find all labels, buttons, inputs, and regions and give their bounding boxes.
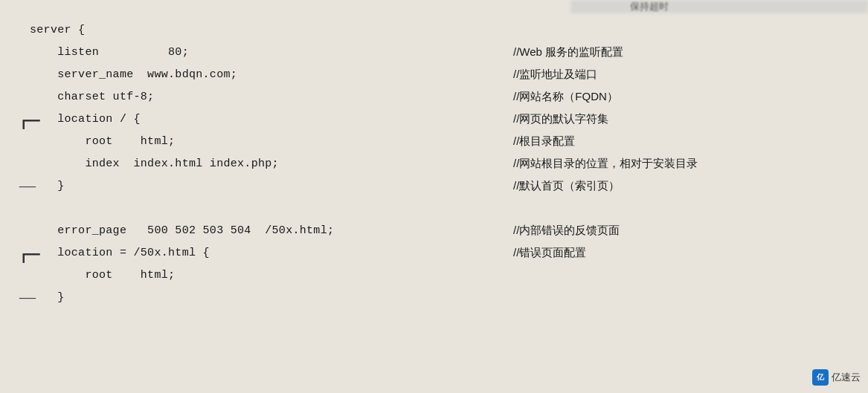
code-text-4: charset utf-8;	[30, 91, 154, 103]
comment-line-12	[513, 264, 849, 286]
comment-text-4: //网站名称（FQDN）	[513, 87, 618, 106]
code-line-6: root html;	[30, 130, 513, 152]
code-text-7: index index.html index.php;	[30, 157, 279, 170]
code-text-10: error_page 500 502 503 504 /50x.html;	[30, 224, 334, 237]
comment-line-10: //内部错误的反馈页面	[513, 219, 849, 241]
comment-text-2: //Web 服务的监听配置	[513, 42, 623, 62]
comment-line-1	[513, 19, 849, 41]
watermark-icon-text: 亿	[817, 372, 824, 383]
code-line-2: listen 80;	[30, 41, 513, 63]
comment-line-2: //Web 服务的监听配置	[513, 41, 849, 63]
comment-text-7: //网站根目录的位置，相对于安装目录	[513, 154, 698, 173]
comment-line-7: //网站根目录的位置，相对于安装目录	[513, 152, 849, 175]
comment-line-6: //根目录配置	[513, 130, 849, 152]
comment-line-4: //网站名称（FQDN）	[513, 85, 849, 108]
code-line-8: — }	[30, 175, 513, 197]
code-line-12: root html;	[30, 264, 513, 286]
watermark: 亿 亿速云	[812, 369, 861, 386]
comment-line-3: //监听地址及端口	[513, 63, 849, 85]
code-line-13: — }	[30, 286, 513, 308]
comment-line-11: //错误页面配置	[513, 241, 849, 264]
comment-line-5: //网页的默认字符集	[513, 108, 849, 130]
watermark-label: 亿速云	[832, 371, 861, 384]
code-grid: server { listen 80; //Web 服务的监听配置 server…	[30, 19, 849, 308]
code-line-3: server_name www.bdqn.com;	[30, 63, 513, 85]
code-line-7: index index.html index.php;	[30, 152, 513, 175]
comment-text-6: //根目录配置	[513, 131, 575, 151]
comment-line-9	[513, 197, 849, 219]
code-text-1: server {	[30, 24, 85, 36]
close-bracket-2: —	[19, 288, 36, 307]
close-bracket-1: —	[19, 176, 36, 195]
code-text-12: root html;	[30, 269, 175, 282]
comment-text-11: //错误页面配置	[513, 243, 586, 262]
main-content: server { listen 80; //Web 服务的监听配置 server…	[0, 0, 868, 393]
comment-text-5: //网页的默认字符集	[513, 109, 608, 129]
code-text-5: location / {	[30, 113, 141, 126]
code-line-5: ⌐ location / {	[30, 108, 513, 130]
comment-text-8: //默认首页（索引页）	[513, 176, 620, 195]
code-line-11: ⌐ location = /50x.html {	[30, 241, 513, 264]
watermark-icon: 亿	[812, 369, 829, 386]
code-line-9	[30, 197, 513, 219]
code-text-11: location = /50x.html {	[30, 247, 210, 259]
code-line-1: server {	[30, 19, 513, 41]
comment-text-3: //监听地址及端口	[513, 65, 597, 84]
page-container: 保持超时 server { listen 80; //Web 服务的监听配置 s…	[0, 0, 868, 393]
code-text-2: listen 80;	[30, 46, 189, 59]
comment-line-13	[513, 286, 849, 308]
code-line-10: error_page 500 502 503 504 /50x.html;	[30, 219, 513, 241]
code-text-9	[30, 202, 36, 215]
code-text-3: server_name www.bdqn.com;	[30, 68, 237, 81]
comment-line-8: //默认首页（索引页）	[513, 175, 849, 197]
code-text-6: root html;	[30, 135, 175, 148]
code-line-4: charset utf-8;	[30, 85, 513, 108]
comment-text-10: //内部错误的反馈页面	[513, 221, 620, 240]
